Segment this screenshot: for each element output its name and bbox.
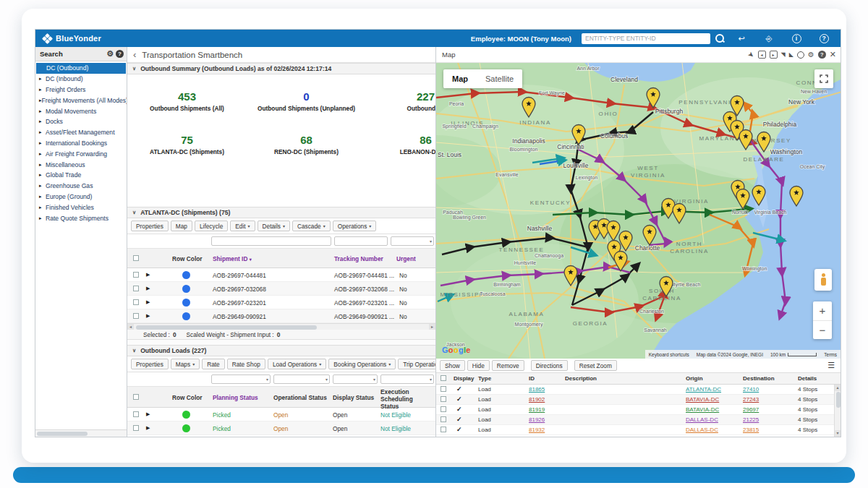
row-expand-icon[interactable]: ▶ (146, 299, 150, 305)
menu-hamburger-icon[interactable]: ☰ (827, 361, 835, 370)
sidebar-horizontal-scrollbar[interactable] (35, 429, 127, 437)
collapse-diagonal-icon[interactable]: ◣ (789, 52, 793, 58)
load-row[interactable]: ▶ Picked Open Open Not Eligible (127, 408, 435, 421)
reset-zoom-button[interactable]: Reset Zoom (574, 360, 617, 371)
tracking-filter[interactable] (334, 236, 388, 246)
map-table-scrollbar[interactable]: ▴ ▾ (834, 385, 841, 437)
sidebar-item-freight-movements[interactable]: ▸Freight Movements (All Modes) (35, 95, 127, 106)
map-canvas[interactable]: ILLINOIS INDIANA OHIO PENNSYLVANIA MARYL… (436, 63, 841, 359)
zoom-in-button[interactable]: + (813, 301, 832, 321)
sidebar-item-docks[interactable]: ▸Docks (35, 116, 127, 127)
row-expand-icon[interactable]: ▶ (146, 313, 150, 319)
destination-link[interactable]: 29697 (743, 406, 759, 413)
col-tracking-number[interactable]: Tracking Number (334, 255, 383, 262)
gear-icon[interactable]: ⚙ (106, 49, 114, 59)
street-view-pegman[interactable] (814, 269, 832, 291)
row-expand-icon[interactable]: ▶ (146, 286, 150, 291)
remove-button[interactable]: Remove (492, 360, 524, 371)
sidebar-item-miscellaneous[interactable]: ▸Miscellaneous (35, 159, 127, 170)
sidebar-item-asset-fleet[interactable]: ▸Asset/Fleet Management (35, 127, 127, 138)
shipment-id-filter[interactable] (211, 236, 331, 246)
panel-next-icon[interactable]: ▸ (770, 51, 778, 59)
sidebar-item-europe-ground[interactable]: ▸Europe (Ground) (35, 192, 127, 202)
sidebar-item-global-trade[interactable]: ▸Global Trade (35, 170, 127, 181)
map-help-icon[interactable]: ? (818, 51, 826, 59)
expand-diagonal-icon[interactable]: ◥ (781, 52, 786, 58)
maps-menu-button[interactable]: Maps▾ (171, 359, 200, 369)
execution-status-filter[interactable]: ▾ (380, 374, 434, 384)
lifecycle-button[interactable]: Lifecycle (195, 221, 228, 231)
origin-link[interactable]: BATAVIA-DC (686, 406, 719, 413)
details-menu-button[interactable]: Details▾ (258, 221, 290, 231)
back-arrow-icon[interactable]: ↩ (731, 34, 752, 43)
display-check-icon[interactable]: ✓ (456, 406, 462, 413)
load-operations-menu-button[interactable]: Load Operations▾ (268, 359, 326, 369)
select-all-checkbox[interactable] (133, 394, 139, 400)
map-button[interactable]: Map (171, 221, 192, 231)
display-check-icon[interactable]: ✓ (456, 395, 462, 403)
row-expand-icon[interactable]: ▶ (146, 272, 150, 278)
origin-link[interactable]: DALLAS-DC (686, 416, 718, 423)
load-row[interactable]: ▶ Picked Open Open Not Eligible (127, 435, 435, 437)
terms-link[interactable]: Terms (820, 350, 841, 359)
map-type-satellite-button[interactable]: Satellite (477, 69, 522, 88)
col-shipment-id[interactable]: Shipment ID ▾ (213, 255, 252, 262)
map-load-row[interactable]: ✓ Load 81902 BATAVIA-DC 27243 4 Stops (436, 395, 841, 405)
fullscreen-button[interactable] (814, 69, 833, 88)
close-icon[interactable]: ✕ (830, 51, 836, 59)
operations-menu-button[interactable]: Operations▾ (333, 221, 377, 231)
origin-link[interactable]: DALLAS-DC (686, 427, 718, 433)
refresh-icon[interactable] (797, 51, 804, 59)
sidebar-item-freight-orders[interactable]: ▸Freight Orders (35, 85, 127, 95)
col-urgent[interactable]: Urgent (396, 255, 416, 262)
zoom-out-button[interactable]: − (813, 321, 832, 340)
destination-link[interactable]: 27410 (743, 386, 759, 393)
destination-link[interactable]: 21225 (743, 416, 759, 423)
show-button[interactable]: Show (440, 360, 465, 371)
row-checkbox[interactable] (441, 427, 446, 432)
load-id-link[interactable]: 81926 (529, 416, 545, 423)
row-checkbox[interactable] (133, 313, 139, 319)
display-check-icon[interactable]: ✓ (456, 426, 462, 433)
cascade-menu-button[interactable]: Cascade▾ (292, 221, 331, 231)
display-check-icon[interactable]: ✓ (456, 416, 462, 423)
shipments-horizontal-scrollbar[interactable]: ◂ ▸ (127, 323, 435, 330)
help-icon[interactable]: ? (813, 33, 835, 43)
shipment-row[interactable]: ▶ AOB-29697-023201 AOB-29697-023201 ... … (127, 296, 435, 309)
load-id-link[interactable]: 81865 (529, 386, 545, 393)
row-expand-icon[interactable]: ▶ (146, 425, 150, 431)
destination-link[interactable]: 23815 (743, 427, 759, 433)
sidebar-item-finished-vehicles[interactable]: ▸Finished Vehicles (35, 202, 127, 213)
sign-out-icon[interactable]: ⎆ (758, 34, 780, 43)
shipment-row[interactable]: ▶ AOB-29697-044481 AOB-29697-044481 ... … (127, 268, 435, 282)
rate-button[interactable]: Rate (202, 359, 225, 369)
planning-status-filter[interactable]: ▾ (211, 374, 271, 384)
row-checkbox[interactable] (133, 425, 139, 431)
row-checkbox[interactable] (441, 396, 446, 402)
load-id-link[interactable]: 81902 (529, 396, 545, 403)
load-id-link[interactable]: 81919 (529, 406, 545, 413)
map-load-row[interactable]: ✓ Load 81932 DALLAS-DC 23815 4 Stops (436, 425, 841, 435)
row-expand-icon[interactable]: ▶ (146, 411, 150, 417)
outbound-loads-header[interactable]: ∨ Outbound Loads (227) (127, 345, 435, 356)
pin-icon[interactable]: ➤ (746, 50, 756, 59)
map-load-row[interactable]: ✓ Load 81919 BATAVIA-DC 29697 4 Stops (436, 405, 841, 415)
select-all-checkbox[interactable] (133, 255, 139, 261)
sidebar-item-international-bookings[interactable]: ▸International Bookings (35, 138, 127, 149)
operational-status-filter[interactable]: ▾ (273, 374, 330, 384)
row-checkbox[interactable] (441, 406, 446, 412)
row-checkbox[interactable] (441, 386, 446, 392)
select-all-checkbox[interactable] (441, 375, 446, 381)
sidebar-item-modal-movements[interactable]: ▸Modal Movements (35, 106, 127, 116)
destination-link[interactable]: 27243 (743, 396, 759, 403)
panel-back-icon[interactable]: ‹ (133, 49, 136, 60)
search-icon[interactable] (715, 33, 725, 43)
keyboard-shortcuts-link[interactable]: Keyboard shortcuts (645, 350, 693, 359)
col-planning-status[interactable]: Planning Status (213, 394, 258, 401)
row-checkbox[interactable] (133, 286, 139, 291)
display-check-icon[interactable]: ✓ (456, 385, 462, 393)
sidebar-item-dc-outbound[interactable]: DC (Outbound) (36, 63, 126, 74)
row-checkbox[interactable] (133, 272, 139, 278)
map-load-row[interactable]: ✓ Load 81926 DALLAS-DC 21225 4 Stops (436, 415, 841, 425)
properties-button[interactable]: Properties (131, 359, 169, 369)
